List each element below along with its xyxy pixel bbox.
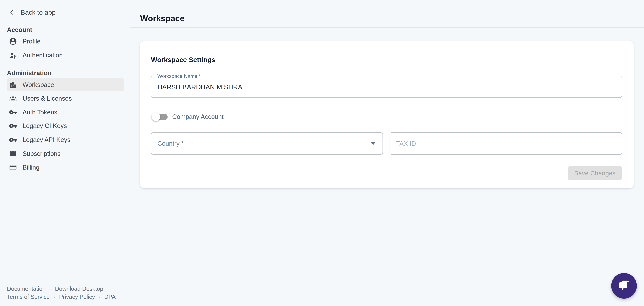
sidebar-item-label: Users & Licenses [22,95,72,102]
sidebar-item-profile[interactable]: Profile [7,36,124,47]
sidebar-item-authentication[interactable]: Authentication [7,50,124,60]
company-account-label: Company Account [172,114,224,120]
sidebar-item-label: Workspace [22,81,54,88]
sidebar-item-legacy-ci-keys[interactable]: Legacy CI Keys [7,121,124,131]
sidebar-item-auth-tokens[interactable]: Auth Tokens [7,107,124,117]
app-root: Back to app Account Profile Authenticati… [0,0,644,306]
footer-separator: · [98,294,100,300]
sidebar-item-legacy-api-keys[interactable]: Legacy API Keys [7,134,124,145]
country-select-label: Country * [158,140,184,147]
save-changes-button[interactable]: Save Changes [568,166,622,180]
sidebar-item-label: Subscriptions [22,150,60,157]
footer-links-row-1: Documentation · Download Desktop [7,285,103,292]
chevron-left-icon [8,9,15,16]
person-icon [9,37,17,46]
company-account-toggle[interactable] [152,112,168,121]
sidebar-item-users-licenses[interactable]: Users & Licenses [7,93,124,104]
sidebar-item-label: Legacy API Keys [22,136,70,143]
key-icon [9,122,17,130]
header-divider [130,27,644,28]
sidebar-item-workspace[interactable]: Workspace [7,78,124,91]
workspace-name-field[interactable]: Workspace Name * [151,76,622,98]
tax-id-field[interactable] [390,132,622,155]
sidebar: Back to app Account Profile Authenticati… [0,0,130,306]
footer-link-download-desktop[interactable]: Download Desktop [55,285,103,292]
toggle-thumb [152,112,160,121]
dropdown-arrow-icon [371,142,376,145]
sidebar-item-subscriptions[interactable]: Subscriptions [7,148,124,159]
sidebar-item-label: Auth Tokens [22,109,57,116]
footer-separator: · [54,294,55,300]
workspace-settings-card: Workspace Settings Workspace Name * Comp… [140,41,634,188]
card-title: Workspace Settings [151,56,215,63]
key-icon [9,136,17,144]
sidebar-item-billing[interactable]: Billing [7,162,124,173]
chat-icon [617,279,631,293]
chat-widget-button[interactable] [611,273,637,299]
footer-link-documentation[interactable]: Documentation [7,285,46,292]
key-icon [9,108,17,116]
groups-icon [9,94,17,103]
footer-links-row-2: Terms of Service · Privacy Policy · DPA [7,294,116,300]
back-to-app-label: Back to app [21,9,56,16]
footer-separator: · [49,285,51,292]
footer-link-dpa[interactable]: DPA [104,294,116,300]
footer-link-terms-of-service[interactable]: Terms of Service [7,294,50,300]
page-title: Workspace [140,14,184,23]
section-header-administration: Administration [7,70,52,76]
person-key-icon [9,51,17,59]
credit-card-icon [9,163,17,172]
sidebar-item-label: Profile [22,38,40,45]
tax-id-input[interactable] [396,133,615,155]
sidebar-item-label: Billing [22,164,40,171]
sidebar-item-label: Legacy CI Keys [22,122,67,129]
section-header-account: Account [7,27,32,33]
footer-link-privacy-policy[interactable]: Privacy Policy [59,294,95,300]
sidebar-item-label: Authentication [22,52,63,59]
workspace-name-input[interactable] [157,76,615,98]
building-icon [9,81,17,89]
country-select[interactable]: Country * [151,132,383,155]
columns-icon [9,150,17,158]
back-to-app-button[interactable]: Back to app [8,7,56,18]
